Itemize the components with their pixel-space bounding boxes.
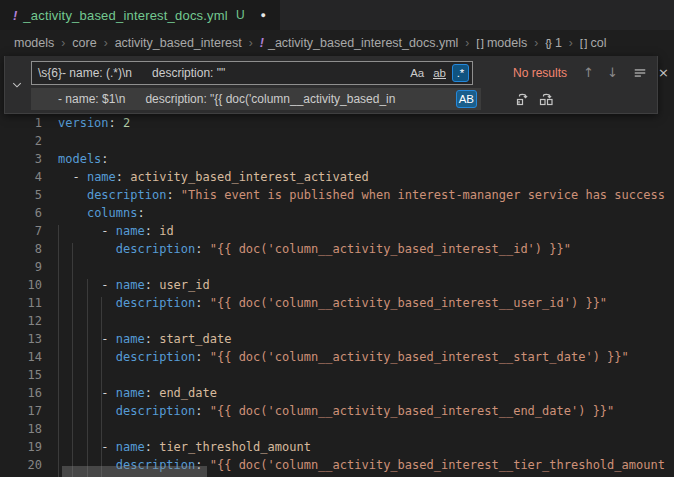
code-line-text: version: 2 bbox=[58, 114, 130, 132]
line-number: 17 bbox=[0, 402, 42, 420]
preserve-case-toggle[interactable]: AB bbox=[456, 90, 477, 108]
line-number: 19 bbox=[0, 438, 42, 456]
breadcrumb-separator-icon: › bbox=[249, 36, 253, 50]
line-number: 2 bbox=[0, 132, 42, 150]
breadcrumb-separator-icon: › bbox=[104, 36, 108, 50]
code-line[interactable]: 19 - name: tier_threshold_amount bbox=[0, 438, 674, 456]
code-line[interactable]: 4 - name: activity_based_interest_activa… bbox=[0, 168, 674, 186]
whole-word-toggle[interactable]: ab bbox=[430, 64, 449, 82]
tab-active-file[interactable]: ! _activity_based_interest_docs.yml U ● bbox=[0, 0, 280, 30]
code-line-text: - name: activity_based_interest_activate… bbox=[58, 168, 369, 186]
line-number: 12 bbox=[0, 312, 42, 330]
breadcrumb-item[interactable]: [ ]col bbox=[580, 36, 607, 50]
line-number: 14 bbox=[0, 348, 42, 366]
breadcrumb-item-label: models bbox=[487, 36, 527, 50]
symbol-object-icon: {} bbox=[545, 37, 551, 49]
line-number: 9 bbox=[0, 258, 42, 276]
find-input[interactable]: \s{6}- name: (.*)\n description: "" Aa a… bbox=[31, 61, 473, 85]
breadcrumb-separator-icon: › bbox=[465, 36, 469, 50]
code-line-text: - name: end_date bbox=[58, 384, 217, 402]
code-line-text: - name: user_id bbox=[58, 276, 210, 294]
line-number: 8 bbox=[0, 240, 42, 258]
replace-all-button[interactable] bbox=[537, 89, 556, 108]
toggle-replace-chevron-icon[interactable] bbox=[5, 56, 29, 113]
code-line[interactable]: 14 description: "{{ doc('column__activit… bbox=[0, 348, 674, 366]
code-line-text: - name: tier_threshold_amount bbox=[58, 438, 311, 456]
breadcrumb-item[interactable]: !_activity_based_interest_docs.yml bbox=[260, 36, 459, 50]
breadcrumb-item-label: _activity_based_interest_docs.yml bbox=[268, 36, 458, 50]
breadcrumb-item-label: 1 bbox=[555, 36, 562, 50]
line-number: 11 bbox=[0, 294, 42, 312]
code-line-text: description: "{{ doc('column__activity_b… bbox=[58, 294, 607, 312]
code-line[interactable]: 10 - name: user_id bbox=[0, 276, 674, 294]
replace-value-text: - name: $1\n description: "{{ doc('colum… bbox=[32, 92, 395, 106]
line-number: 1 bbox=[0, 114, 42, 132]
code-line[interactable]: 16 - name: end_date bbox=[0, 384, 674, 402]
line-number: 6 bbox=[0, 204, 42, 222]
symbol-array-icon: [ ] bbox=[580, 37, 587, 49]
code-line[interactable]: 18 bbox=[0, 420, 674, 438]
breadcrumb-item-label: core bbox=[72, 36, 96, 50]
line-number: 13 bbox=[0, 330, 42, 348]
find-results-count: No results bbox=[513, 61, 567, 85]
breadcrumb-item[interactable]: models bbox=[14, 36, 54, 50]
line-number: 7 bbox=[0, 222, 42, 240]
breadcrumb-separator-icon: › bbox=[61, 36, 65, 50]
code-line-text: description: "This event is published wh… bbox=[58, 186, 665, 204]
code-line-text: description: "{{ doc('column__activity_b… bbox=[58, 240, 571, 258]
code-line[interactable]: 6 columns: bbox=[0, 204, 674, 222]
yaml-file-icon: ! bbox=[260, 36, 264, 50]
line-number: 16 bbox=[0, 384, 42, 402]
line-number: 10 bbox=[0, 276, 42, 294]
code-line[interactable]: 9 bbox=[0, 258, 674, 276]
match-case-toggle[interactable]: Aa bbox=[407, 64, 427, 82]
close-find-widget-button[interactable]: × bbox=[654, 63, 673, 82]
breadcrumb-item[interactable]: {}1 bbox=[545, 36, 562, 50]
line-number: 4 bbox=[0, 168, 42, 186]
horizontal-scrollbar[interactable] bbox=[62, 466, 207, 477]
code-line[interactable]: 17 description: "{{ doc('column__activit… bbox=[0, 402, 674, 420]
tab-bar: ! _activity_based_interest_docs.yml U ● bbox=[0, 0, 674, 30]
whole-word-label: ab bbox=[433, 68, 446, 79]
code-line-text: - name: id bbox=[58, 222, 174, 240]
breadcrumb-item[interactable]: core bbox=[72, 36, 96, 50]
previous-match-button[interactable]: ↑ bbox=[579, 63, 598, 82]
git-status-badge: U bbox=[236, 8, 245, 22]
replace-input[interactable]: - name: $1\n description: "{{ doc('colum… bbox=[31, 88, 481, 110]
next-match-button[interactable]: ↓ bbox=[603, 63, 622, 82]
breadcrumb-item-label: models bbox=[14, 36, 54, 50]
line-number: 5 bbox=[0, 186, 42, 204]
code-line[interactable]: 12 bbox=[0, 312, 674, 330]
code-line-text: - name: start_date bbox=[58, 330, 231, 348]
code-line[interactable]: 15 bbox=[0, 366, 674, 384]
code-line[interactable]: 1version: 2 bbox=[0, 114, 674, 132]
code-line[interactable]: 13 - name: start_date bbox=[0, 330, 674, 348]
regex-toggle[interactable]: .* bbox=[452, 64, 469, 82]
line-number: 18 bbox=[0, 420, 42, 438]
code-line-text: columns: bbox=[58, 204, 145, 222]
symbol-array-icon: [ ] bbox=[476, 37, 483, 49]
breadcrumb: models›core›activity_based_interest›!_ac… bbox=[0, 30, 674, 56]
line-number: 15 bbox=[0, 366, 42, 384]
find-replace-widget: \s{6}- name: (.*)\n description: "" Aa a… bbox=[4, 56, 658, 114]
code-line[interactable]: 8 description: "{{ doc('column__activity… bbox=[0, 240, 674, 258]
line-number: 3 bbox=[0, 150, 42, 168]
editor-area: 1version: 223models:4 - name: activity_b… bbox=[0, 56, 674, 477]
breadcrumb-item-label: col bbox=[590, 36, 606, 50]
code-line-text: description: "{{ doc('column__activity_b… bbox=[58, 348, 629, 366]
code-line[interactable]: 7 - name: id bbox=[0, 222, 674, 240]
code-line-text: description: "{{ doc('column__activity_b… bbox=[58, 402, 614, 420]
code-line[interactable]: 3models: bbox=[0, 150, 674, 168]
replace-button[interactable] bbox=[513, 89, 532, 108]
breadcrumb-item[interactable]: activity_based_interest bbox=[115, 36, 242, 50]
code-line[interactable]: 2 bbox=[0, 132, 674, 150]
vscode-window: ! _activity_based_interest_docs.yml U ● … bbox=[0, 0, 674, 477]
find-in-selection-button[interactable] bbox=[630, 63, 649, 82]
breadcrumb-separator-icon: › bbox=[569, 36, 573, 50]
code-line-text: models: bbox=[58, 150, 109, 168]
breadcrumb-item[interactable]: [ ]models bbox=[476, 36, 527, 50]
code-line[interactable]: 11 description: "{{ doc('column__activit… bbox=[0, 294, 674, 312]
modified-indicator-icon[interactable]: ● bbox=[261, 10, 266, 20]
code-line[interactable]: 5 description: "This event is published … bbox=[0, 186, 674, 204]
yaml-file-icon: ! bbox=[13, 8, 17, 23]
